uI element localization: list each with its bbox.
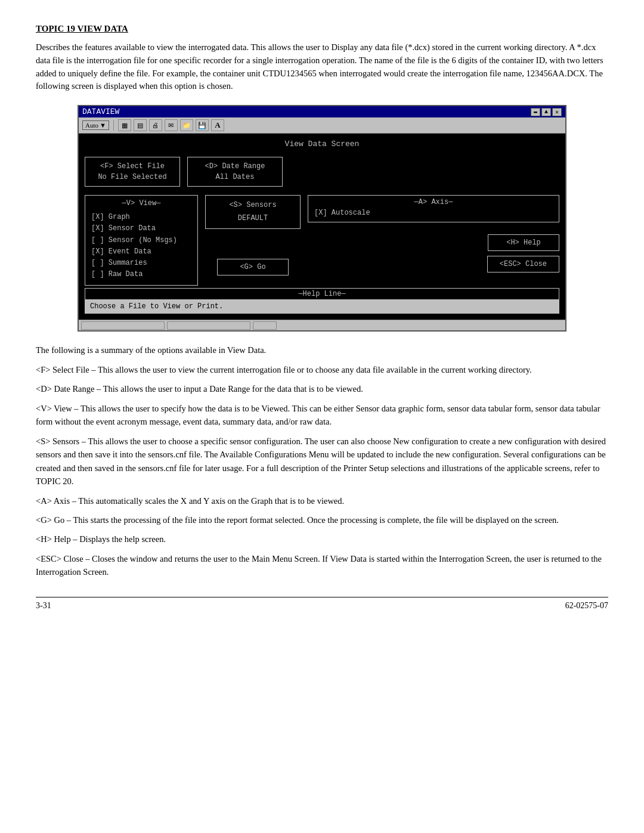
toolbar-dropdown-value: Auto <box>85 122 98 129</box>
maximize-button[interactable]: ▲ <box>541 108 551 116</box>
date-range-value: All Dates <box>196 172 274 182</box>
intro-paragraph: Describes the features available to view… <box>36 41 608 93</box>
top-row: <F> Select File No File Selected <D> Dat… <box>85 157 559 187</box>
axis-section: —A> Axis— [X] Autoscale <box>308 195 559 222</box>
screen-title: View Data Screen <box>85 140 559 148</box>
date-range-button[interactable]: <D> Date Range All Dates <box>187 157 283 187</box>
view-item-1[interactable]: [X] Sensor Data <box>91 223 191 234</box>
help-line-text: Choose a File to View or Print. <box>85 300 559 313</box>
help-button[interactable]: <H> Help <box>488 234 559 251</box>
view-section-title: —V> View— <box>91 198 191 209</box>
body-para-8: <ESC> Close – Closes the window and retu… <box>36 552 608 579</box>
window-titlebar: DATAVIEW ▬ ▲ ✕ <box>79 106 565 117</box>
date-range-label: <D> Date Range <box>196 161 274 172</box>
view-item-4[interactable]: [ ] Summaries <box>91 258 191 269</box>
close-window-button[interactable]: ✕ <box>552 108 562 116</box>
close-button[interactable]: <ESC> Close <box>487 256 559 272</box>
view-item-2[interactable]: [ ] Sensor (No Msgs) <box>91 235 191 246</box>
window-title: DATAVIEW <box>82 107 119 116</box>
body-para-3: <V> View – This allows the user to speci… <box>36 402 608 429</box>
middle-section: —V> View— [X] Graph [X] Sensor Data [ ] … <box>85 195 559 286</box>
view-section: —V> View— [X] Graph [X] Sensor Data [ ] … <box>85 195 198 286</box>
help-line-section: —Help Line— Choose a File to View or Pri… <box>85 288 559 314</box>
body-para-0: The following is a summary of the option… <box>36 343 608 357</box>
status-segment-2 <box>167 321 250 330</box>
dataview-window: DATAVIEW ▬ ▲ ✕ Auto ▼ ▦ ▤ 🖨 ✉ 📁 💾 A View… <box>78 105 566 332</box>
status-segment-1 <box>81 321 165 330</box>
toolbar-icon-4[interactable]: ✉ <box>165 119 178 131</box>
view-item-3[interactable]: [X] Event Data <box>91 246 191 258</box>
footer-right: 62-02575-07 <box>565 601 608 611</box>
footer-left: 3-31 <box>36 601 51 611</box>
toolbar-separator <box>113 120 114 131</box>
toolbar-icon-a[interactable]: A <box>211 119 224 131</box>
help-line-title: —Help Line— <box>85 289 559 300</box>
select-file-label: <F> Select File <box>94 161 171 172</box>
axis-section-title: —A> Axis— <box>314 198 553 206</box>
sensors-value: DEFAULT <box>214 212 292 225</box>
toolbar-icon-6[interactable]: 💾 <box>196 119 209 131</box>
toolbar-dropdown[interactable]: Auto ▼ <box>82 120 109 130</box>
body-para-6: <G> Go – This starts the processing of t… <box>36 513 608 527</box>
body-para-5: <A> Axis – This automatically scales the… <box>36 494 608 507</box>
window-controls: ▬ ▲ ✕ <box>531 108 562 116</box>
body-para-7: <H> Help – Displays the help screen. <box>36 532 608 546</box>
go-button[interactable]: <G> Go <box>217 259 289 275</box>
dropdown-arrow-icon: ▼ <box>100 122 106 129</box>
select-file-button[interactable]: <F> Select File No File Selected <box>85 157 180 187</box>
screen-content: View Data Screen <F> Select File No File… <box>79 134 565 320</box>
page-footer: 3-31 62-02575-07 <box>36 597 608 611</box>
select-file-value: No File Selected <box>94 172 171 182</box>
status-segment-3 <box>253 321 277 330</box>
sensors-button[interactable]: <S> Sensors DEFAULT <box>205 195 301 229</box>
status-bar <box>79 320 565 330</box>
axis-item-0[interactable]: [X] Autoscale <box>314 209 553 217</box>
view-item-5[interactable]: [ ] Raw Data <box>91 269 191 280</box>
body-para-4: <S> Sensors – This allows the user to ch… <box>36 435 608 488</box>
toolbar: Auto ▼ ▦ ▤ 🖨 ✉ 📁 💾 A <box>79 117 565 134</box>
minimize-button[interactable]: ▬ <box>531 108 540 116</box>
toolbar-icon-1[interactable]: ▦ <box>118 119 131 131</box>
toolbar-icon-5[interactable]: 📁 <box>180 119 193 131</box>
topic-heading: TOPIC 19 VIEW DATA <box>36 24 608 34</box>
body-para-1: <F> Select File – This allows the user t… <box>36 363 608 376</box>
toolbar-icon-3[interactable]: 🖨 <box>149 119 162 131</box>
view-item-0[interactable]: [X] Graph <box>91 212 191 223</box>
toolbar-icon-2[interactable]: ▤ <box>134 119 147 131</box>
body-para-2: <D> Date Range – This allows the user to… <box>36 382 608 395</box>
sensors-label: <S> Sensors <box>214 199 292 212</box>
